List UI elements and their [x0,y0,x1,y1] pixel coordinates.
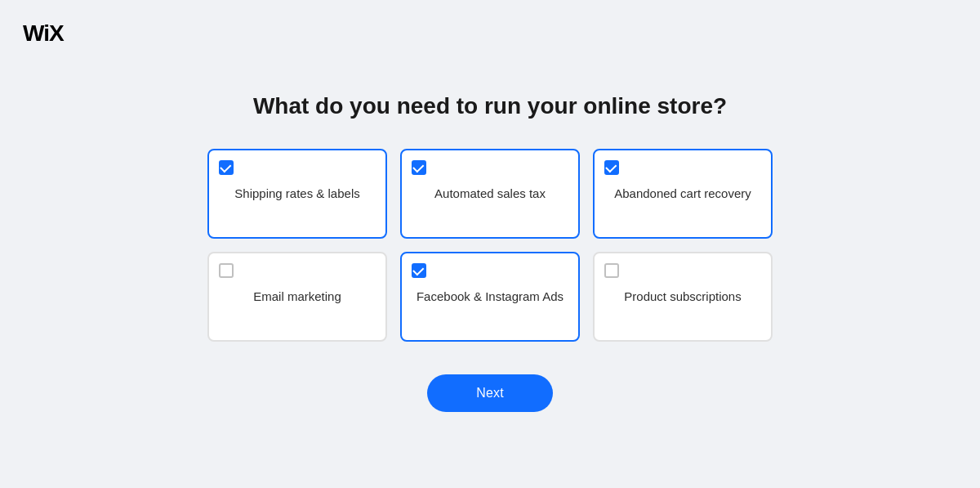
option-label-fb-instagram: Facebook & Instagram Ads [416,288,564,305]
option-card-email-marketing[interactable]: Email marketing [207,252,387,342]
option-card-cart-recovery[interactable]: Abandoned cart recovery [593,149,773,239]
option-label-subscriptions: Product subscriptions [624,288,741,305]
checkbox-subscriptions [604,263,619,278]
next-button[interactable]: Next [427,374,553,412]
svg-text:WiX: WiX [23,20,65,44]
options-grid: Shipping rates & labelsAutomated sales t… [207,149,773,342]
main-content: What do you need to run your online stor… [0,0,980,488]
checkbox-shipping [219,160,234,175]
page-title: What do you need to run your online stor… [253,93,727,119]
checkbox-cart-recovery [604,160,619,175]
option-card-shipping[interactable]: Shipping rates & labels [207,149,387,239]
option-label-email-marketing: Email marketing [253,288,341,305]
checkbox-sales-tax [412,160,426,175]
option-label-cart-recovery: Abandoned cart recovery [614,185,751,202]
option-label-shipping: Shipping rates & labels [234,185,359,202]
option-card-subscriptions[interactable]: Product subscriptions [593,252,773,342]
checkbox-fb-instagram [412,263,426,278]
wix-logo: WiX [23,20,65,50]
option-card-fb-instagram[interactable]: Facebook & Instagram Ads [400,252,580,342]
checkbox-email-marketing [219,263,234,278]
option-card-sales-tax[interactable]: Automated sales tax [400,149,580,239]
option-label-sales-tax: Automated sales tax [434,185,546,202]
